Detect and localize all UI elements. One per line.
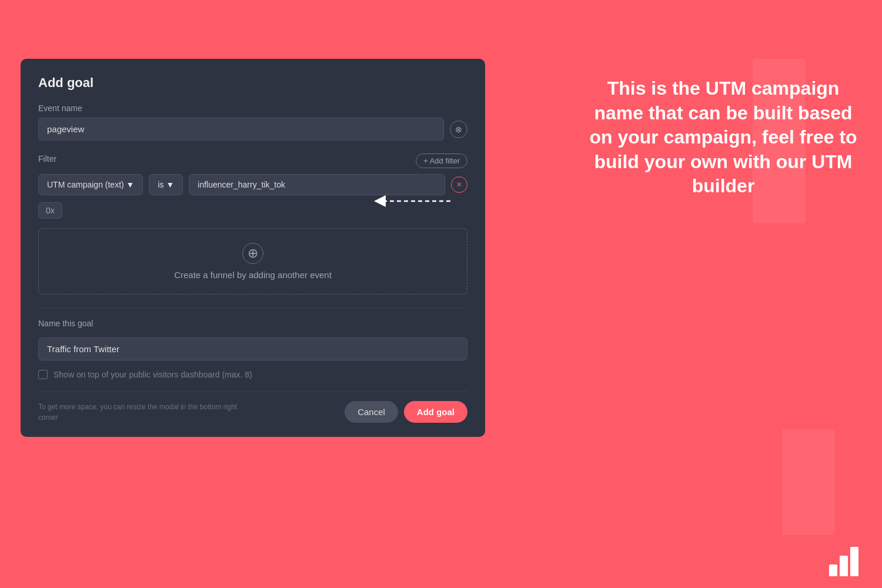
add-goal-modal: Add goal Event name ⊗ Filter + Add filte… xyxy=(21,59,485,437)
modal-footer: To get more space, you can resize the mo… xyxy=(38,391,467,423)
add-filter-button[interactable]: + Add filter xyxy=(416,153,467,168)
annotation-text: This is the UTM campaign name that can b… xyxy=(582,76,864,199)
is-label: is ▼ xyxy=(158,180,174,189)
funnel-text: Create a funnel by adding another event xyxy=(53,270,453,280)
utm-campaign-label: UTM campaign (text) ▼ xyxy=(47,180,134,189)
filter-row: UTM campaign (text) ▼ is ▼ ✕ xyxy=(38,174,467,195)
goal-name-input[interactable] xyxy=(38,338,467,360)
utm-campaign-dropdown[interactable]: UTM campaign (text) ▼ xyxy=(38,174,143,195)
filter-header: Filter + Add filter xyxy=(38,153,467,168)
add-filter-label: + Add filter xyxy=(423,156,460,165)
bar-chart-icon xyxy=(829,547,858,576)
public-dashboard-checkbox[interactable] xyxy=(38,370,48,379)
close-icon: ⊗ xyxy=(455,125,462,134)
name-goal-section: Name this goal xyxy=(38,319,467,360)
name-goal-label: Name this goal xyxy=(38,319,467,328)
filter-remove-icon: ✕ xyxy=(456,181,462,189)
footer-buttons: Cancel Add goal xyxy=(345,401,467,423)
filter-count: 0x xyxy=(38,202,62,219)
funnel-section: ⊕ Create a funnel by adding another even… xyxy=(38,228,467,295)
is-dropdown[interactable]: is ▼ xyxy=(149,174,183,195)
modal-title: Add goal xyxy=(38,75,467,91)
event-name-row: ⊗ xyxy=(38,118,467,141)
bar-2 xyxy=(840,556,848,576)
filter-value-input[interactable] xyxy=(189,174,445,195)
filter-label: Filter xyxy=(38,154,56,163)
footer-hint: To get more space, you can resize the mo… xyxy=(38,402,250,423)
bar-1 xyxy=(829,564,837,576)
annotation-panel: This is the UTM campaign name that can b… xyxy=(582,76,864,199)
section-divider xyxy=(38,308,467,308)
funnel-plus-icon: ⊕ xyxy=(248,246,258,261)
add-goal-button[interactable]: Add goal xyxy=(404,401,467,423)
cancel-button[interactable]: Cancel xyxy=(345,401,398,423)
checkbox-row: Show on top of your public visitors dash… xyxy=(38,370,467,379)
event-name-label: Event name xyxy=(38,103,467,113)
checkbox-label: Show on top of your public visitors dash… xyxy=(54,370,252,379)
bar-3 xyxy=(850,547,858,576)
filter-remove-button[interactable]: ✕ xyxy=(451,176,467,193)
accent-decoration-bottom xyxy=(782,429,835,535)
funnel-add-button[interactable]: ⊕ xyxy=(242,243,263,264)
filter-count-badge: 0x xyxy=(38,202,467,228)
event-close-button[interactable]: ⊗ xyxy=(450,121,467,138)
event-name-input[interactable] xyxy=(38,118,444,141)
